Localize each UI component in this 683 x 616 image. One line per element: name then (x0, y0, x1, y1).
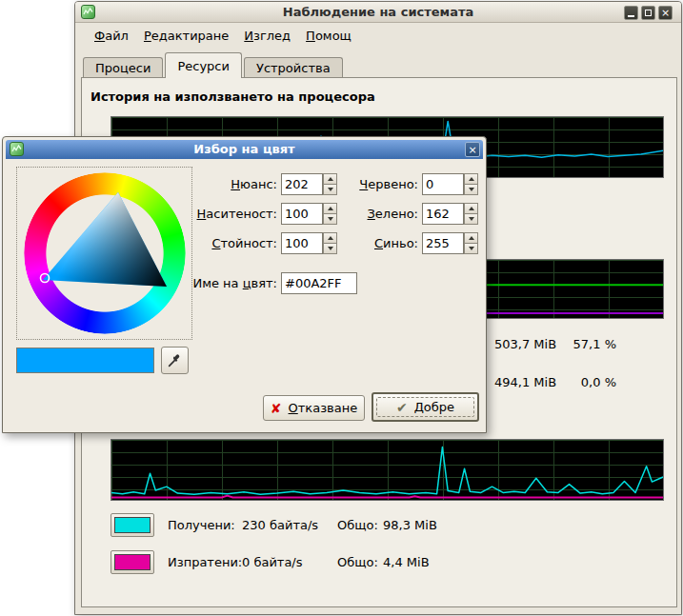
dialog-title: Избор на цвят (6, 142, 483, 156)
saturation-value-triangle[interactable] (24, 172, 186, 334)
hue-input[interactable] (281, 173, 323, 195)
hue-label: Нюанс: (187, 173, 277, 195)
close-button[interactable]: × (658, 6, 673, 20)
saturation-label: Наситеност: (187, 203, 277, 225)
network-history-graph (110, 439, 664, 501)
eyedropper-icon (167, 352, 183, 368)
value-label: Стойност: (187, 232, 277, 254)
received-total-label: Общо: (337, 518, 383, 532)
green-input[interactable] (422, 203, 464, 225)
sent-label: Изпратени: (168, 555, 242, 569)
sent-total-label: Общо: (337, 555, 383, 569)
red-label: Червено: (334, 173, 418, 195)
arrow-down-icon (469, 217, 474, 221)
menu-file[interactable]: Файл (87, 26, 136, 46)
blue-spinner (464, 232, 478, 254)
sent-color-button[interactable] (110, 550, 154, 574)
color-wheel-area (16, 167, 192, 340)
network-received-row: Получени: 230 байта/s Общо: 98,3 MiB (110, 512, 437, 538)
received-label: Получени: (168, 518, 242, 532)
arrow-down-icon (328, 188, 333, 191)
arrow-up-icon (469, 207, 474, 210)
value-input[interactable] (281, 232, 323, 254)
received-total: 98,3 MiB (383, 518, 437, 532)
eyedropper-button[interactable] (161, 347, 189, 374)
arrow-up-icon (469, 236, 474, 240)
arrow-up-icon (469, 177, 474, 181)
arrow-up-icon (328, 236, 333, 240)
dialog-close-button[interactable]: × (465, 142, 480, 157)
cancel-button[interactable]: ✘ Отказване (263, 395, 365, 421)
green-spinner (464, 203, 478, 225)
arrow-up-icon (328, 207, 333, 210)
color-picker-dialog: Избор на цвят × Нюанс: (2, 136, 487, 433)
arrow-down-icon (469, 188, 474, 191)
menu-bar: Файл Редактиране Изглед Помощ (75, 24, 681, 48)
sent-color-swatch (114, 554, 151, 570)
minimize-button[interactable] (624, 6, 638, 20)
ok-button[interactable]: ✔ Добре (372, 392, 479, 422)
cpu-history-heading: История на използването на процесора (90, 89, 375, 104)
close-icon: × (661, 8, 670, 18)
red-spin-up[interactable] (464, 173, 478, 185)
ok-check-icon: ✔ (396, 400, 408, 415)
color-name-input[interactable] (281, 272, 357, 294)
color-preview (16, 348, 154, 373)
memory-percent: 57,1 % (552, 337, 616, 351)
blue-spin-down[interactable] (464, 244, 478, 254)
arrow-up-icon (328, 177, 333, 181)
received-color-button[interactable] (110, 513, 154, 537)
received-rate: 230 байта/s (242, 518, 337, 532)
network-sent-row: Изпратени: 0 байта/s Общо: 4,4 MiB (110, 549, 430, 575)
cancel-label: Отказване (289, 401, 358, 415)
menu-help[interactable]: Помощ (298, 26, 359, 46)
minimize-icon (628, 15, 634, 17)
swap-percent: 0,0 % (552, 375, 616, 389)
arrow-down-icon (328, 217, 333, 221)
blue-spin-up[interactable] (464, 232, 478, 244)
dialog-titlebar[interactable]: Избор на цвят × (6, 140, 483, 159)
red-spin-down[interactable] (464, 185, 478, 195)
cancel-x-icon: ✘ (271, 401, 282, 416)
tab-bar: Процеси Ресурси Устройства (83, 52, 345, 78)
ok-label: Добре (414, 400, 454, 414)
arrow-down-icon (328, 247, 333, 250)
color-name-label: Име на цвят: (187, 272, 277, 294)
sent-rate: 0 байта/s (242, 555, 337, 569)
red-spinner (464, 173, 478, 195)
maximize-icon (645, 10, 652, 16)
red-input[interactable] (422, 173, 464, 195)
arrow-down-icon (469, 247, 474, 250)
close-icon: × (468, 145, 476, 155)
sent-total: 4,4 MiB (383, 555, 430, 569)
tab-processes[interactable]: Процеси (83, 57, 163, 78)
menu-view[interactable]: Изглед (236, 26, 298, 46)
green-spin-down[interactable] (464, 214, 478, 225)
received-color-swatch (114, 517, 151, 533)
green-spin-up[interactable] (464, 203, 478, 214)
tab-devices[interactable]: Устройства (244, 57, 343, 78)
window-controls: × (624, 6, 673, 20)
menu-edit[interactable]: Редактиране (136, 26, 236, 46)
window-title: Наблюдение на системата (75, 5, 681, 19)
tab-resources[interactable]: Ресурси (165, 52, 242, 78)
blue-label: Синьо: (334, 232, 418, 254)
main-titlebar[interactable]: Наблюдение на системата × (75, 2, 681, 23)
maximize-button[interactable] (641, 6, 655, 20)
green-label: Зелено: (334, 203, 418, 225)
blue-input[interactable] (422, 232, 464, 254)
saturation-input[interactable] (281, 203, 323, 225)
